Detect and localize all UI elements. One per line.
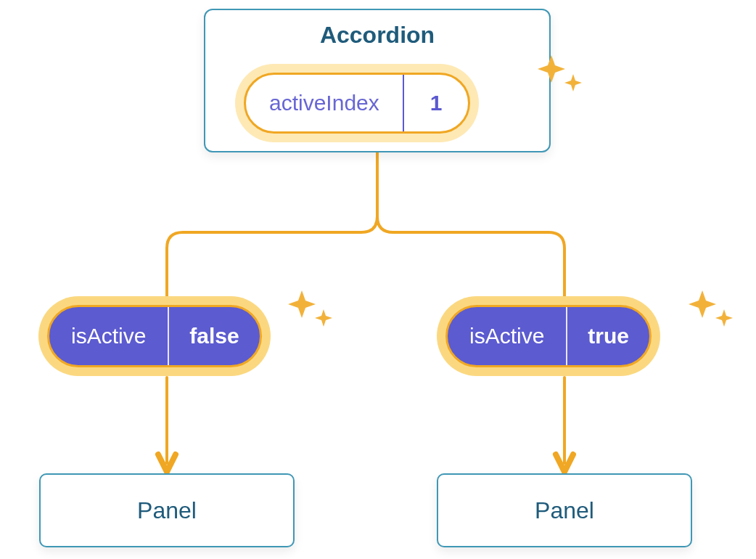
- prop-key: isActive: [448, 307, 566, 365]
- sparkle-icon: [286, 286, 337, 337]
- prop-pill-right: isActive true: [445, 305, 652, 367]
- accordion-title: Accordion: [320, 22, 435, 49]
- pill-body: isActive true: [445, 305, 652, 367]
- state-pill-activeindex: activeIndex 1: [244, 73, 470, 134]
- sparkle-icon: [535, 51, 586, 102]
- panel-card-right: Panel: [437, 473, 692, 547]
- state-value: 1: [403, 75, 469, 131]
- prop-value: true: [566, 307, 649, 365]
- panel-card-left: Panel: [39, 473, 295, 547]
- prop-key: isActive: [49, 307, 168, 365]
- prop-value: false: [168, 307, 259, 365]
- state-key: activeIndex: [246, 75, 403, 131]
- pill-body: isActive false: [47, 305, 262, 367]
- panel-label: Panel: [535, 497, 594, 524]
- panel-label: Panel: [137, 497, 197, 524]
- pill-body: activeIndex 1: [244, 73, 470, 134]
- prop-pill-left: isActive false: [47, 305, 262, 367]
- diagram-stage: Accordion activeIndex 1 isActive false i…: [0, 0, 756, 559]
- sparkle-icon: [686, 286, 737, 337]
